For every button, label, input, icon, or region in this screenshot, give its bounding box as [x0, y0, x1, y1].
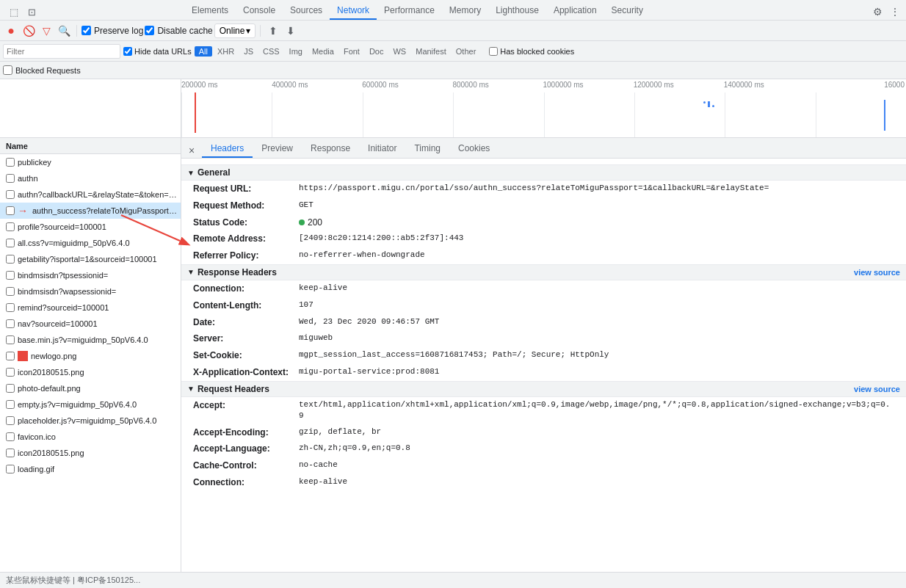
- request-item-icon2[interactable]: icon20180515.png: [0, 445, 181, 461]
- record-button[interactable]: ●: [3, 23, 19, 39]
- timeline-blue-bar: [884, 100, 885, 131]
- inspect-icon[interactable]: ⬚: [6, 4, 22, 20]
- separator-1: [76, 25, 77, 37]
- timeline-label-5: 1000000 ms: [543, 81, 634, 89]
- general-section-header[interactable]: ▼ General: [181, 164, 906, 181]
- tab-network[interactable]: Network: [330, 2, 377, 20]
- request-item-emptyjs[interactable]: empty.js?v=miguidmp_50pV6.4.0: [0, 396, 181, 413]
- date-row: Date: Wed, 23 Dec 2020 09:46:57 GMT: [181, 314, 906, 331]
- timeline-dots-area: [703, 101, 714, 107]
- hide-data-urls-checkbox[interactable]: Hide data URLs: [123, 47, 192, 56]
- tab-console[interactable]: Console: [236, 2, 283, 20]
- timeline-label-3: 600000 ms: [362, 81, 452, 89]
- throttle-select[interactable]: Online ▾: [214, 23, 256, 38]
- request-item-bindmsisdn-wap[interactable]: bindmsisdn?wapsessionid=: [0, 283, 181, 300]
- request-item-authn-callback[interactable]: authn?callbackURL=&relayState=&token=STn…: [0, 186, 181, 203]
- request-item-allcss[interactable]: all.css?v=miguidmp_50pV6.4.0: [0, 235, 181, 251]
- more-options-icon[interactable]: ⋮: [887, 4, 903, 20]
- pill-other[interactable]: Other: [452, 46, 481, 57]
- tab-headers[interactable]: Headers: [202, 140, 253, 158]
- throttle-arrow: ▾: [246, 26, 250, 36]
- tab-sources[interactable]: Sources: [283, 2, 330, 20]
- request-item-publickey[interactable]: publickey: [0, 154, 181, 170]
- x-application-context-label: X-Application-Context:: [193, 366, 296, 379]
- request-item-authn[interactable]: authn: [0, 170, 181, 186]
- request-headers-section-header[interactable]: ▼ Request Headers view source: [181, 381, 906, 397]
- referrer-policy-row: Referrer Policy: no-referrer-when-downgr…: [181, 247, 906, 264]
- tab-lighthouse[interactable]: Lighthouse: [488, 2, 546, 20]
- import-har-icon[interactable]: ⬆: [265, 23, 281, 39]
- left-panel: 175****6867 Name publickey authn authn?c…: [0, 138, 181, 572]
- tab-security[interactable]: Security: [604, 2, 650, 20]
- filter-icon[interactable]: ▽: [38, 23, 54, 39]
- selected-arrow-icon: →: [18, 205, 28, 217]
- disable-cache-checkbox[interactable]: Disable cache: [145, 26, 212, 36]
- x-application-context-row: X-Application-Context: migu-portal-servi…: [181, 364, 906, 381]
- type-filter-pills: All XHR JS CSS Img Media Font Doc WS Man…: [195, 46, 481, 57]
- device-toolbar-icon[interactable]: ⊡: [23, 4, 40, 20]
- settings-icon[interactable]: ⚙: [869, 4, 885, 20]
- request-headers-view-source[interactable]: view source: [854, 385, 900, 393]
- referrer-policy-label: Referrer Policy:: [193, 250, 296, 262]
- separator-2: [260, 25, 261, 37]
- timeline-content: 200000 ms 400000 ms 600000 ms 800000 ms …: [181, 79, 906, 137]
- search-icon[interactable]: 🔍: [56, 23, 72, 39]
- tab-performance[interactable]: Performance: [377, 2, 442, 20]
- connection-value: keep-alive: [299, 283, 347, 294]
- has-blocked-cookies-checkbox[interactable]: Has blocked cookies: [489, 47, 574, 56]
- pill-js[interactable]: JS: [239, 46, 258, 57]
- request-item-remind[interactable]: remind?sourceid=100001: [0, 300, 181, 316]
- blocked-requests-checkbox[interactable]: Blocked Requests: [3, 65, 81, 75]
- status-code-value: 200: [299, 217, 322, 229]
- tab-timing[interactable]: Timing: [405, 140, 449, 158]
- pill-doc[interactable]: Doc: [365, 46, 388, 57]
- tab-application[interactable]: Application: [546, 2, 604, 20]
- pill-img[interactable]: Img: [285, 46, 307, 57]
- response-headers-collapse-icon: ▼: [187, 268, 195, 276]
- request-item-bindmsisdn-tp[interactable]: bindmsisdn?tpsessionid=: [0, 267, 181, 283]
- accept-language-value: zh-CN,zh;q=0.9,en;q=0.8: [299, 443, 410, 454]
- preserve-log-checkbox[interactable]: Preserve log: [81, 26, 143, 36]
- request-item-nav[interactable]: nav?sourceid=100001: [0, 316, 181, 332]
- tab-preview[interactable]: Preview: [253, 140, 302, 158]
- export-har-icon[interactable]: ⬇: [283, 23, 299, 39]
- pill-ws[interactable]: WS: [388, 46, 410, 57]
- request-item-favicon[interactable]: favicon.ico: [0, 429, 181, 445]
- request-item-newlogo[interactable]: newlogo.png: [0, 348, 181, 364]
- timeline-gutter: [0, 79, 181, 137]
- filter-bar: Hide data URLs All XHR JS CSS Img Media …: [0, 41, 906, 62]
- request-item-photo[interactable]: photo-default.png: [0, 380, 181, 396]
- pill-css[interactable]: CSS: [258, 46, 284, 57]
- tab-initiator[interactable]: Initiator: [359, 140, 405, 158]
- tab-cookies[interactable]: Cookies: [449, 140, 499, 158]
- request-item-placeholder[interactable]: placeholder.js?v=miguidmp_50pV6.4.0: [0, 413, 181, 429]
- remote-address-value: [2409:8c20:1214:200::ab5:2f37]:443: [299, 233, 463, 244]
- timeline-label-8: 16000: [814, 81, 906, 89]
- pill-media[interactable]: Media: [308, 46, 338, 57]
- connection-label: Connection:: [193, 283, 296, 295]
- request-item-icon1[interactable]: icon20180515.png: [0, 364, 181, 380]
- request-url-label: Request URL:: [193, 183, 296, 195]
- clear-button[interactable]: 🚫: [21, 23, 37, 39]
- request-item-profile[interactable]: profile?sourceid=100001: [0, 219, 181, 235]
- request-item-basejs[interactable]: base.min.js?v=miguidmp_50pV6.4.0: [0, 332, 181, 348]
- response-headers-section-header[interactable]: ▼ Response Headers view source: [181, 264, 906, 280]
- request-item-getability[interactable]: getability?isportal=1&sourceid=100001: [0, 251, 181, 267]
- blocked-requests-bar: Blocked Requests: [0, 62, 906, 79]
- pill-manifest[interactable]: Manifest: [411, 46, 451, 57]
- detail-tabs: × Headers Preview Response Initiator Tim…: [181, 138, 906, 159]
- tab-memory[interactable]: Memory: [442, 2, 488, 20]
- pill-font[interactable]: Font: [339, 46, 364, 57]
- request-list[interactable]: publickey authn authn?callbackURL=&relay…: [0, 154, 181, 572]
- accept-row: Accept: text/html,application/xhtml+xml,…: [181, 397, 906, 424]
- close-detail-button[interactable]: ×: [184, 143, 199, 158]
- tab-elements[interactable]: Elements: [184, 2, 236, 20]
- response-headers-view-source[interactable]: view source: [854, 268, 900, 277]
- request-item-loading[interactable]: loading.gif: [0, 461, 181, 477]
- pill-xhr[interactable]: XHR: [213, 46, 239, 57]
- bottom-status-text: 某些鼠标快捷键等 | 粤ICP备150125...: [6, 575, 140, 586]
- request-item-authn-success[interactable]: → authn_success?relateToMiguPassport=1&c…: [0, 203, 181, 219]
- pill-all[interactable]: All: [195, 46, 212, 57]
- filter-input[interactable]: [3, 44, 120, 59]
- tab-response[interactable]: Response: [302, 140, 359, 158]
